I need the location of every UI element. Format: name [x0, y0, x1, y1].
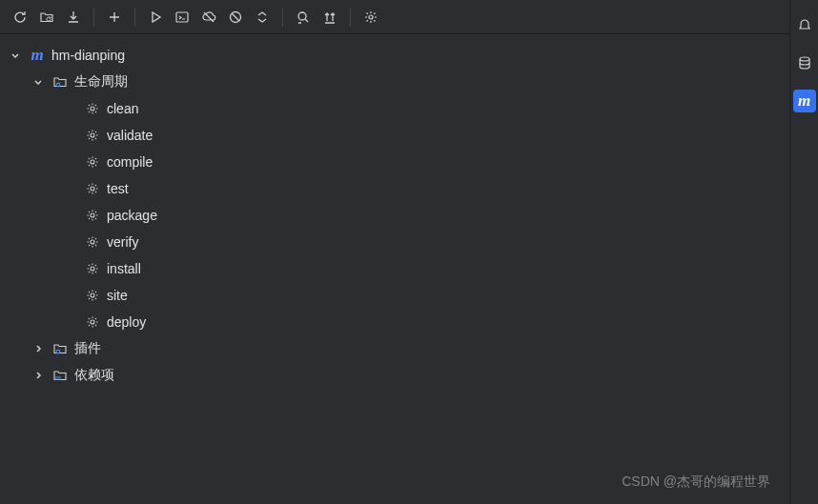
- gear-icon: [84, 127, 101, 144]
- gear-icon: [84, 260, 101, 277]
- goal-label: install: [107, 261, 141, 276]
- project-node[interactable]: m hm-dianping: [0, 42, 789, 69]
- chevron-right-icon: [31, 341, 46, 356]
- gear-icon: [84, 287, 101, 304]
- search-icon: [296, 10, 311, 25]
- svg-point-15: [800, 57, 809, 61]
- svg-point-3: [369, 15, 373, 19]
- offline-button[interactable]: [196, 5, 221, 30]
- rail-button-maven[interactable]: m: [793, 90, 816, 112]
- goal-label: verify: [107, 234, 138, 250]
- find-button[interactable]: [291, 5, 316, 30]
- maven-tree: m hm-dianping 生命周期 clean validate compil…: [0, 34, 789, 396]
- gear-icon: [363, 10, 378, 25]
- svg-point-5: [91, 107, 94, 111]
- gear-icon: [84, 100, 101, 117]
- rail-button-1[interactable]: [793, 13, 816, 36]
- rail-button-2[interactable]: [793, 51, 816, 74]
- goal-label: validate: [107, 128, 153, 143]
- refresh-icon: [12, 10, 28, 25]
- folder-gear-icon: [51, 340, 69, 357]
- download-icon: [66, 10, 81, 25]
- separator: [282, 8, 283, 27]
- gear-icon: [84, 180, 101, 197]
- goal-label: clean: [107, 101, 138, 116]
- add-button[interactable]: [102, 5, 127, 30]
- gear-icon: [84, 313, 101, 331]
- run-config-button[interactable]: [170, 5, 194, 30]
- skip-tests-button[interactable]: [223, 5, 248, 30]
- separator: [134, 8, 135, 27]
- dependencies-node[interactable]: 依赖项: [0, 362, 789, 389]
- svg-rect-0: [176, 12, 188, 22]
- plugins-node[interactable]: 插件: [0, 335, 789, 362]
- add-maven-button[interactable]: [34, 5, 59, 30]
- goal-install[interactable]: install: [0, 255, 789, 282]
- goal-validate[interactable]: validate: [0, 122, 789, 149]
- lifecycle-node[interactable]: 生命周期: [0, 69, 789, 95]
- goal-compile[interactable]: compile: [0, 149, 789, 175]
- goal-test[interactable]: test: [0, 175, 789, 202]
- folder-library-icon: [51, 367, 69, 384]
- separator: [93, 8, 94, 27]
- refresh-button[interactable]: [8, 5, 32, 30]
- chevron-right-icon: [31, 368, 46, 383]
- svg-point-13: [91, 320, 94, 324]
- svg-point-8: [91, 187, 94, 191]
- maven-panel: m hm-dianping 生命周期 clean validate compil…: [0, 0, 789, 504]
- svg-point-12: [91, 293, 94, 297]
- settings-button[interactable]: [358, 5, 383, 30]
- goal-site[interactable]: site: [0, 282, 789, 309]
- database-icon: [797, 55, 812, 71]
- goal-clean[interactable]: clean: [0, 95, 789, 122]
- folder-refresh-icon: [39, 10, 54, 25]
- svg-point-10: [91, 240, 94, 244]
- plus-icon: [107, 10, 122, 25]
- goal-verify[interactable]: verify: [0, 229, 789, 255]
- goal-label: test: [107, 181, 129, 196]
- right-toolbar: m: [789, 0, 818, 504]
- run-button[interactable]: [143, 5, 168, 30]
- collapse-button[interactable]: [250, 5, 275, 30]
- goal-label: compile: [107, 154, 153, 170]
- download-button[interactable]: [61, 5, 86, 30]
- terminal-icon: [174, 10, 190, 25]
- svg-point-9: [91, 213, 94, 217]
- project-label: hm-dianping: [51, 48, 125, 63]
- lifecycle-label: 生命周期: [74, 73, 128, 91]
- svg-point-11: [91, 267, 94, 271]
- expand-all-button[interactable]: [317, 5, 342, 30]
- goal-package[interactable]: package: [0, 202, 789, 229]
- expand-icon: [322, 10, 337, 25]
- toolbar: [0, 0, 789, 34]
- separator: [350, 8, 351, 27]
- cloud-off-icon: [201, 10, 216, 25]
- plugins-label: 插件: [74, 340, 101, 357]
- chevron-down-icon: [8, 48, 23, 63]
- bell-icon: [797, 17, 812, 32]
- gear-icon: [84, 207, 101, 224]
- goal-label: package: [107, 208, 157, 223]
- svg-point-2: [298, 12, 306, 20]
- skip-icon: [228, 10, 243, 25]
- dependencies-label: 依赖项: [74, 367, 114, 384]
- goal-label: site: [107, 288, 128, 303]
- collapse-icon: [255, 10, 270, 25]
- maven-module-icon: m: [29, 47, 46, 64]
- svg-point-6: [91, 133, 94, 137]
- gear-icon: [84, 153, 101, 171]
- goal-label: deploy: [107, 314, 146, 330]
- chevron-down-icon: [31, 74, 46, 90]
- goal-deploy[interactable]: deploy: [0, 309, 789, 335]
- svg-point-7: [91, 160, 94, 164]
- maven-icon: m: [798, 91, 810, 111]
- play-icon: [148, 10, 163, 25]
- folder-gear-icon: [51, 73, 69, 91]
- gear-icon: [84, 233, 101, 251]
